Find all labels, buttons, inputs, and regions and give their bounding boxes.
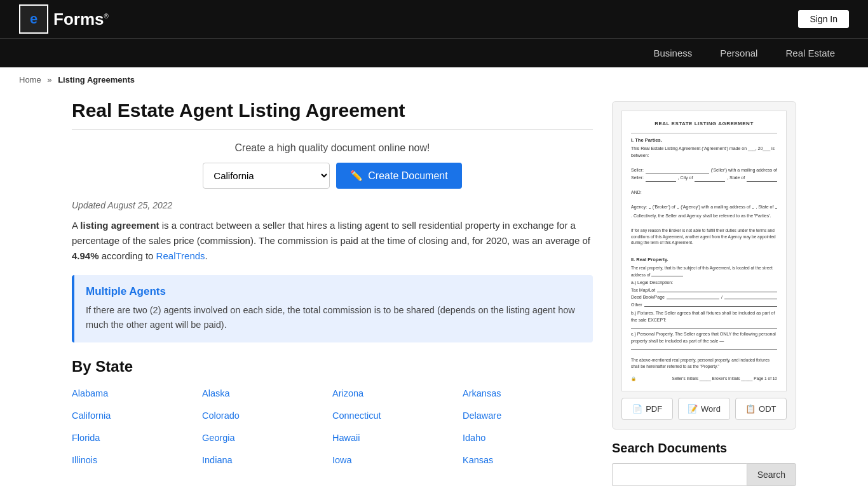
state-link-florida[interactable]: Florida: [72, 429, 202, 447]
state-select[interactable]: California Alabama Alaska Arizona Arkans…: [203, 163, 330, 189]
doc-section-1: I. The Parties.: [631, 137, 777, 144]
nav-business[interactable]: Business: [639, 39, 706, 67]
content-area: Real Estate Agent Listing Agreement Crea…: [72, 88, 593, 486]
doc-subsection-b: b.) Fixtures. The Seller agrees that all…: [631, 310, 777, 323]
download-buttons: 📄 PDF 📝 Word 📋 ODT: [621, 398, 787, 420]
state-link-georgia[interactable]: Georgia: [202, 429, 332, 447]
odt-label: ODT: [759, 404, 776, 414]
doc-deed-book: Deed Book/Page/: [631, 294, 777, 301]
main-nav: Business Personal Real Estate: [0, 38, 868, 67]
listing-agreement-term: listing agreement: [80, 220, 159, 231]
create-doc-tagline: Create a high quality document online no…: [72, 142, 593, 154]
doc-footer: 🔒 Seller's Initials _____ Broker's Initi…: [631, 376, 777, 382]
doc-preview-line: [631, 133, 777, 133]
state-link-illinois[interactable]: Illinois: [72, 451, 202, 470]
breadcrumb: Home » Listing Agreements: [0, 67, 868, 88]
search-button[interactable]: Search: [747, 463, 796, 486]
state-link-iowa[interactable]: Iowa: [332, 451, 463, 470]
doc-preview: REAL ESTATE LISTING AGREEMENT I. The Par…: [621, 111, 787, 391]
state-link-colorado[interactable]: Colorado: [202, 407, 332, 425]
pdf-icon: 📄: [632, 404, 642, 414]
doc-property-note: The above-mentioned real property, perso…: [631, 357, 777, 370]
word-icon: 📝: [688, 404, 698, 414]
state-link-idaho[interactable]: Idaho: [463, 429, 593, 447]
search-input[interactable]: [612, 463, 747, 486]
odt-download-button[interactable]: 📋 ODT: [735, 398, 787, 420]
sidebar: REAL ESTATE LISTING AGREEMENT I. The Par…: [612, 88, 796, 486]
doc-section-text-1: This Real Estate Listing Agreement ('Agr…: [631, 146, 777, 159]
word-label: Word: [701, 404, 721, 414]
state-link-delaware[interactable]: Delaware: [463, 407, 593, 425]
breadcrumb-home[interactable]: Home: [19, 75, 41, 85]
updated-date: Updated August 25, 2022: [72, 200, 593, 210]
states-grid: Alabama Alaska Arizona Arkansas Californ…: [72, 384, 593, 470]
main-wrapper: Real Estate Agent Listing Agreement Crea…: [59, 88, 809, 486]
doc-subsection-c: c.) Personal Property. The Seller agrees…: [631, 331, 777, 344]
sign-in-button[interactable]: Sign In: [798, 10, 849, 28]
search-docs-title: Search Documents: [612, 441, 796, 456]
logo-wordmark: Forms®: [53, 10, 109, 29]
info-box-title: Multiple Agents: [86, 285, 581, 298]
nav-personal[interactable]: Personal: [706, 39, 771, 67]
create-doc-btn-label: Create Document: [368, 170, 447, 182]
doc-preview-title: REAL ESTATE LISTING AGREEMENT: [631, 120, 777, 128]
logo-icon: e: [19, 4, 48, 34]
doc-and-separator: AND:: [631, 189, 777, 196]
doc-subsection-a: a.) Legal Description:: [631, 280, 777, 287]
doc-tax-map: Tax Map/Lot: [631, 287, 777, 294]
pencil-icon: ✏️: [350, 170, 363, 182]
body-text-3: .: [205, 250, 208, 261]
odt-icon: 📋: [745, 404, 756, 414]
by-state-title: By State: [72, 358, 593, 376]
state-link-alaska[interactable]: Alaska: [202, 384, 332, 403]
state-link-arkansas[interactable]: Arkansas: [463, 384, 593, 403]
state-link-connecticut[interactable]: Connecticut: [332, 407, 463, 425]
state-link-california[interactable]: California: [72, 407, 202, 425]
logo: e Forms®: [19, 4, 109, 34]
doc-seller-address: Seller: , City of , State of: [631, 175, 777, 182]
pdf-label: PDF: [646, 404, 662, 414]
doc-seller-field: Seller: ('Seller') with a mailing addres…: [631, 167, 777, 174]
state-link-hawaii[interactable]: Hawaii: [332, 429, 463, 447]
doc-real-property-text: The real property, that is the subject o…: [631, 265, 777, 278]
state-link-arizona[interactable]: Arizona: [332, 384, 463, 403]
doc-other: Other: [631, 302, 777, 309]
breadcrumb-current: Listing Agreements: [58, 75, 135, 85]
logo-text: Forms®: [53, 10, 109, 29]
create-doc-section: Create a high quality document online no…: [72, 142, 593, 189]
doc-broker-note: If for any reason the Broker is not able…: [631, 227, 777, 246]
create-doc-row: California Alabama Alaska Arizona Arkans…: [72, 163, 593, 189]
state-link-alabama[interactable]: Alabama: [72, 384, 202, 403]
search-docs-row: Search: [612, 463, 796, 486]
commission-percentage: 4.94%: [72, 250, 99, 261]
breadcrumb-separator: »: [47, 75, 51, 85]
doc-section-2: II. Real Property.: [631, 256, 777, 263]
info-box: Multiple Agents If there are two (2) age…: [72, 275, 593, 342]
realtrends-link[interactable]: RealTrends: [156, 250, 205, 261]
info-box-text: If there are two (2) agents involved on …: [86, 303, 581, 332]
doc-personal-prop-line: [631, 345, 777, 350]
state-link-kansas[interactable]: Kansas: [463, 451, 593, 470]
pdf-download-button[interactable]: 📄 PDF: [621, 398, 673, 420]
create-document-button[interactable]: ✏️ Create Document: [336, 163, 461, 189]
logo-e: e: [30, 11, 37, 27]
page-title: Real Estate Agent Listing Agreement: [72, 100, 593, 130]
body-text: A listing agreement is a contract betwee…: [72, 218, 593, 264]
state-link-indiana[interactable]: Indiana: [202, 451, 332, 470]
doc-fixture-line: [631, 324, 777, 329]
body-text-2: according to: [102, 250, 154, 261]
doc-preview-box: REAL ESTATE LISTING AGREEMENT I. The Par…: [612, 101, 796, 430]
word-download-button[interactable]: 📝 Word: [678, 398, 729, 420]
doc-footer-text: Seller's Initials _____ Broker's Initial…: [672, 376, 777, 382]
nav-real-estate[interactable]: Real Estate: [771, 39, 849, 67]
top-header: e Forms® Sign In: [0, 0, 868, 38]
doc-agency-field: Agency: ('Broker') of ('Agency') with a …: [631, 204, 777, 219]
